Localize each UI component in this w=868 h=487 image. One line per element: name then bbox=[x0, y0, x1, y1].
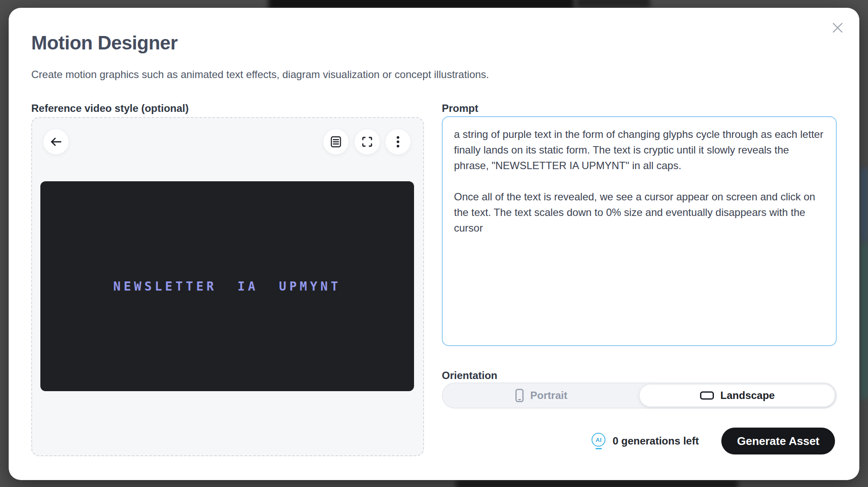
prompt-input[interactable]: a string of purple text in the form of c… bbox=[442, 116, 837, 346]
back-button[interactable] bbox=[43, 129, 69, 154]
footer-actions: AI 0 generations left Generate Asset bbox=[592, 428, 835, 454]
close-icon bbox=[831, 21, 844, 34]
orientation-toggle: Portrait Landscape bbox=[442, 382, 837, 409]
backdrop-blur-shape bbox=[861, 168, 868, 242]
page-title: Motion Designer bbox=[31, 32, 178, 54]
backdrop-blur-shape bbox=[456, 480, 738, 487]
page-subtitle: Create motion graphics such as animated … bbox=[31, 69, 489, 81]
reference-video-preview[interactable]: NEWSLETTER IA UPMYNT bbox=[40, 181, 414, 391]
generate-asset-button[interactable]: Generate Asset bbox=[721, 428, 835, 454]
reference-video-label: Reference video style (optional) bbox=[31, 102, 189, 114]
orientation-label: Orientation bbox=[442, 369, 497, 382]
motion-designer-modal: Motion Designer Create motion graphics s… bbox=[9, 8, 859, 480]
more-options-button[interactable] bbox=[385, 129, 411, 154]
ai-badge-base bbox=[595, 448, 602, 449]
ai-badge-text: AI bbox=[592, 433, 605, 447]
video-overlay-text: NEWSLETTER IA UPMYNT bbox=[113, 279, 341, 294]
orientation-landscape-label: Landscape bbox=[720, 389, 775, 402]
reference-video-dropzone[interactable]: NEWSLETTER IA UPMYNT bbox=[31, 117, 424, 456]
arrow-left-icon bbox=[49, 135, 63, 149]
fullscreen-button[interactable] bbox=[355, 129, 380, 154]
phone-portrait-icon bbox=[515, 389, 524, 402]
fullscreen-icon bbox=[362, 136, 373, 147]
close-button[interactable] bbox=[828, 18, 847, 37]
kebab-menu-icon bbox=[396, 136, 400, 148]
ai-credits-icon: AI bbox=[592, 433, 605, 449]
prompt-label: Prompt bbox=[442, 102, 478, 114]
orientation-option-portrait[interactable]: Portrait bbox=[443, 383, 639, 408]
script-icon bbox=[330, 136, 342, 148]
orientation-option-landscape[interactable]: Landscape bbox=[639, 384, 835, 407]
script-button[interactable] bbox=[323, 129, 349, 154]
orientation-portrait-label: Portrait bbox=[530, 389, 567, 402]
backdrop-blur-shape bbox=[861, 243, 868, 399]
generations-left-text: 0 generations left bbox=[612, 435, 699, 447]
screen-landscape-icon bbox=[700, 390, 714, 401]
backdrop-blur-shape bbox=[576, 0, 650, 8]
